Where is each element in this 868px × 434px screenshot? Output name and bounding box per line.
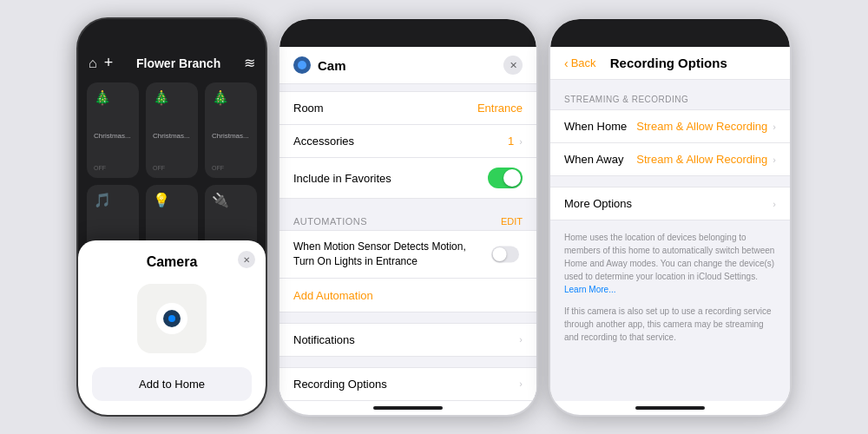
settings-close-button[interactable]: ✕ (503, 56, 523, 75)
when-away-chevron: › (773, 155, 776, 165)
accessories-label: Accessories (293, 135, 508, 148)
main-settings-section: Room Entrance Accessories 1 › Include in… (279, 91, 536, 199)
accessories-badge: 1 (508, 135, 514, 148)
accessories-row[interactable]: Accessories 1 › (279, 125, 536, 158)
camera-dialog: ✕ Camera Add to Home (78, 240, 266, 415)
when-home-row[interactable]: When Home Stream & Allow Recording › (550, 110, 790, 143)
more-options-chevron: › (773, 199, 776, 209)
recording-nav: ‹ Back Recording Options (550, 47, 790, 80)
back-chevron-icon: ‹ (564, 56, 569, 70)
tile-status-1: OFF (94, 165, 132, 171)
tile-2[interactable]: 🎄 Christmas... OFF (146, 82, 198, 178)
tile-3[interactable]: 🎄 Christmas... OFF (205, 82, 257, 178)
room-row[interactable]: Room Entrance (279, 92, 536, 125)
camera-icon-bg (137, 284, 207, 353)
when-home-chevron: › (773, 122, 776, 132)
tile-icon-6: 🔌 (212, 192, 250, 208)
more-options-row[interactable]: More Options › (550, 187, 790, 220)
settings-screen: Cam ✕ Room Entrance Accessories 1 › Incl… (278, 17, 538, 417)
recording-options-row[interactable]: Recording Options › (279, 368, 536, 401)
phone-frame-1: ⌂ + Flower Branch ≋ 🎄 Christmas... OFF 🎄… (76, 17, 267, 417)
recording-content: STREAMING & RECORDING When Home Stream &… (550, 80, 790, 401)
automations-header: AUTOMATIONS EDIT (279, 209, 536, 230)
notifications-row[interactable]: Notifications › (279, 324, 536, 356)
info-section: Home uses the location of devices belong… (550, 231, 790, 344)
home-header: ⌂ + Flower Branch ≋ (78, 19, 266, 79)
info-text-2: If this camera is also set up to use a r… (564, 305, 776, 344)
favorites-toggle[interactable] (488, 168, 523, 188)
dialog-close-button[interactable]: ✕ (238, 251, 255, 268)
back-button[interactable]: ‹ Back (564, 56, 596, 70)
camera-icon-container (92, 284, 252, 353)
favorites-row: Include in Favorites (279, 158, 536, 198)
tile-status-3: OFF (212, 165, 250, 171)
favorites-label: Include in Favorites (293, 172, 488, 185)
home-icon: ⌂ (89, 56, 97, 71)
recording-bottom-bar (635, 406, 705, 410)
automations-label: AUTOMATIONS (293, 216, 501, 227)
automation-toggle-thumb (493, 247, 507, 261)
when-away-value: Stream & Allow Recording (636, 153, 767, 166)
when-away-row[interactable]: When Away Stream & Allow Recording › (550, 143, 790, 175)
learn-more-link[interactable]: Learn More... (564, 285, 615, 294)
tile-status-2: OFF (153, 165, 191, 171)
when-home-label: When Home (564, 120, 636, 133)
tile-name-2: Christmas... (153, 132, 191, 141)
notifications-section: Notifications › (279, 323, 536, 357)
more-options-label: More Options (564, 197, 773, 210)
tile-icon-4: 🎵 (94, 192, 132, 208)
settings-bottom-bar (373, 406, 443, 410)
recording-options-chevron: › (519, 378, 523, 389)
cam-dot-icon (293, 56, 311, 74)
tile-icon-5: 💡 (153, 192, 191, 208)
notifications-chevron: › (519, 334, 523, 345)
recording-top-bar (550, 19, 790, 47)
add-icon[interactable]: + (104, 54, 114, 72)
when-away-label: When Away (564, 153, 636, 166)
streaming-section-label: STREAMING & RECORDING (564, 95, 688, 104)
camera-lens-dot (168, 315, 175, 322)
wave-icon: ≋ (244, 55, 255, 71)
automations-section: When Motion Sensor Detects Motion, Turn … (279, 230, 536, 312)
tile-1[interactable]: 🎄 Christmas... OFF (87, 82, 139, 178)
automation-toggle[interactable] (491, 246, 519, 262)
streaming-section: When Home Stream & Allow Recording › Whe… (550, 109, 790, 176)
settings-top-bar (279, 19, 536, 47)
settings-header: Cam ✕ (279, 47, 536, 84)
tile-name-3: Christmas... (212, 132, 250, 141)
add-automation-row[interactable]: Add Automation (279, 279, 536, 312)
room-value: Entrance (477, 102, 523, 115)
room-label: Room (293, 102, 477, 115)
accessories-chevron: › (519, 136, 523, 147)
automation-text-1: When Motion Sensor Detects Motion, Turn … (293, 240, 488, 269)
tile-icon-2: 🎄 (153, 89, 191, 106)
toggle-thumb (503, 169, 521, 187)
settings-content: Room Entrance Accessories 1 › Include in… (279, 84, 536, 401)
info-text-1: Home uses the location of devices belong… (564, 231, 776, 296)
settings-title: Cam (318, 58, 496, 73)
camera-lens-inner (163, 310, 181, 327)
recording-title: Recording Options (596, 56, 741, 70)
tile-icon-1: 🎄 (94, 89, 132, 106)
tile-icon-3: 🎄 (212, 89, 250, 106)
home-title: Flower Branch (120, 56, 237, 70)
dialog-title: Camera (92, 254, 252, 270)
cam-dot-inner (298, 61, 306, 69)
recording-screen: ‹ Back Recording Options STREAMING & REC… (549, 17, 792, 417)
when-home-value: Stream & Allow Recording (636, 120, 767, 133)
add-automation-text: Add Automation (293, 289, 373, 302)
home-screen: ⌂ + Flower Branch ≋ 🎄 Christmas... OFF 🎄… (78, 19, 266, 415)
camera-lens-outer (156, 303, 187, 334)
streaming-section-header: STREAMING & RECORDING (550, 80, 790, 109)
screens-container: ⌂ + Flower Branch ≋ 🎄 Christmas... OFF 🎄… (76, 9, 792, 425)
recording-section: Recording Options › Face Recognition › (279, 367, 536, 401)
back-label: Back (571, 56, 596, 69)
automations-edit[interactable]: EDIT (501, 216, 523, 227)
recording-options-label: Recording Options (293, 378, 519, 391)
add-to-home-button[interactable]: Add to Home (92, 367, 252, 401)
notifications-label: Notifications (293, 333, 519, 346)
automation-row-1[interactable]: When Motion Sensor Detects Motion, Turn … (279, 231, 536, 279)
tile-name-1: Christmas... (94, 132, 132, 141)
